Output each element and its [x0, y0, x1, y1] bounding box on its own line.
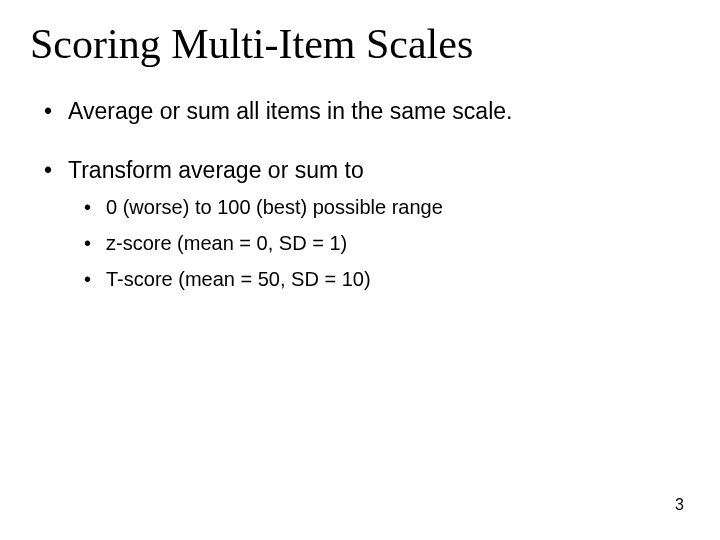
bullet-text: Average or sum all items in the same sca…: [68, 98, 512, 124]
sub-bullet-text: T-score (mean = 50, SD = 10): [106, 268, 371, 290]
bullet-item: Average or sum all items in the same sca…: [68, 96, 680, 127]
sub-bullet-text: 0 (worse) to 100 (best) possible range: [106, 196, 443, 218]
sub-bullet-item: z-score (mean = 0, SD = 1): [106, 228, 680, 258]
sub-bullet-item: 0 (worse) to 100 (best) possible range: [106, 192, 680, 222]
bullet-item: Transform average or sum to 0 (worse) to…: [68, 155, 680, 294]
page-number: 3: [675, 496, 684, 514]
slide: Scoring Multi-Item Scales Average or sum…: [0, 0, 720, 540]
sub-bullet-item: T-score (mean = 50, SD = 10): [106, 264, 680, 294]
sub-bullet-list: 0 (worse) to 100 (best) possible range z…: [68, 192, 680, 294]
sub-bullet-text: z-score (mean = 0, SD = 1): [106, 232, 347, 254]
bullet-list: Average or sum all items in the same sca…: [40, 96, 680, 294]
page-title: Scoring Multi-Item Scales: [30, 20, 680, 68]
bullet-text: Transform average or sum to: [68, 157, 364, 183]
